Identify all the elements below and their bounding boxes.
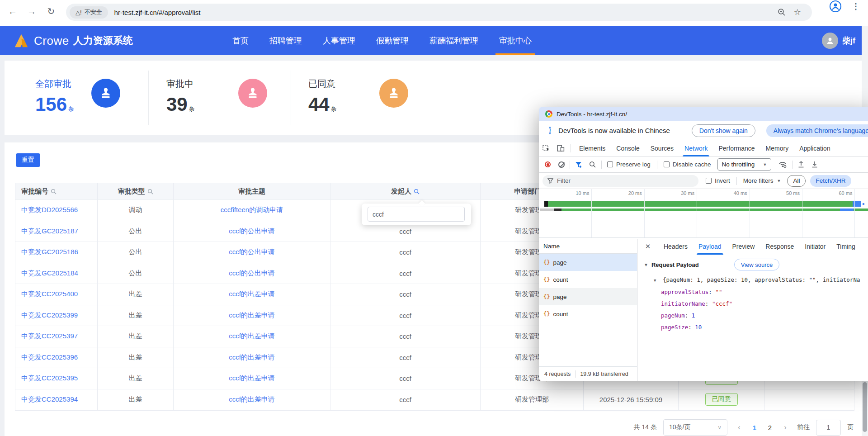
column-search-icon[interactable] [414, 189, 420, 194]
approval-id-link[interactable]: 中竞发CC2025396 [21, 353, 78, 362]
prev-page-icon[interactable]: ‹ [734, 423, 745, 431]
view-source-button[interactable]: View source [734, 259, 780, 270]
name-column-header[interactable]: Name [539, 239, 637, 254]
subject-link[interactable]: cccf的公出申请 [229, 227, 275, 236]
menu-item-5[interactable]: 薪酬福利管理 [429, 26, 479, 55]
reload-icon[interactable]: ↻ [45, 5, 57, 18]
network-overview-timeline[interactable]: 10 ms20 ms30 ms40 ms50 ms60 ms [539, 189, 868, 238]
menu-item-2[interactable]: 招聘管理 [269, 26, 303, 55]
subject-link[interactable]: cccf的出差申请 [229, 311, 275, 320]
detail-tab-response[interactable]: Response [760, 239, 799, 255]
page-number-1[interactable]: 1 [749, 424, 760, 431]
close-icon[interactable]: ✕ [637, 242, 658, 251]
payload-field[interactable]: pageSize: 10 [637, 322, 868, 333]
devtools-tab-elements[interactable]: Elements [574, 140, 611, 156]
subject-link[interactable]: cccf的出差申请 [229, 332, 275, 341]
zoom-out-icon[interactable] [778, 8, 786, 16]
timeline-gridline [750, 189, 750, 237]
filter-chip-all[interactable]: All [787, 175, 806, 187]
import-har-icon[interactable] [798, 161, 804, 168]
clear-network-icon[interactable] [558, 161, 565, 168]
devtools-tab-performance[interactable]: Performance [713, 140, 760, 156]
subject-link[interactable]: cccf的出差申请 [229, 395, 275, 404]
devtools-tab-application[interactable]: Application [794, 140, 836, 156]
payload-field[interactable]: initiatorName: "cccf" [637, 298, 868, 310]
export-har-icon[interactable] [811, 161, 818, 168]
approval-id-link[interactable]: 中竞发DD2025566 [21, 206, 78, 214]
column-search-icon[interactable] [147, 189, 153, 194]
detail-tab-payload[interactable]: Payload [693, 239, 727, 255]
page-size-select[interactable]: 10条/页 ∨ [663, 419, 727, 436]
network-conditions-icon[interactable] [778, 161, 787, 168]
menu-item-4[interactable]: 假勤管理 [375, 26, 410, 55]
subject-link[interactable]: cccf的公出申请 [229, 248, 275, 256]
search-network-icon[interactable] [589, 161, 596, 168]
devtools-tab-console[interactable]: Console [611, 140, 645, 156]
filter-toggle-icon[interactable] [575, 161, 582, 168]
approval-id-link[interactable]: 中竞发GC2025187 [21, 227, 78, 236]
user-area[interactable]: 柴jf [822, 26, 855, 55]
filter-chip-fetchxhr[interactable]: Fetch/XHR [810, 175, 851, 187]
column-search-icon[interactable] [51, 189, 57, 194]
inspect-element-icon[interactable] [539, 145, 553, 152]
request-row[interactable]: {}page [539, 254, 637, 271]
disable-cache-checkbox[interactable] [664, 161, 670, 167]
approval-id-link[interactable]: 中竞发CC2025399 [21, 311, 78, 320]
devtools-tab-memory[interactable]: Memory [760, 140, 794, 156]
menu-item-3[interactable]: 人事管理 [322, 26, 356, 55]
approval-id-link[interactable]: 中竞发CC2025394 [21, 395, 78, 404]
approval-id-link[interactable]: 中竞发CC2025395 [21, 374, 78, 383]
security-chip[interactable]: △! 不安全 [70, 6, 108, 19]
forward-icon[interactable]: → [25, 5, 38, 18]
devtools-titlebar[interactable]: DevTools - hr-test.zjf-it.cn/ [539, 107, 868, 121]
device-toolbar-icon[interactable] [553, 145, 568, 152]
subject-link[interactable]: cccfifteen的调动申请 [221, 206, 283, 214]
goto-page-input[interactable] [816, 420, 841, 436]
menu-dots-icon[interactable]: ⋮ [852, 1, 860, 11]
subject-link[interactable]: cccf的出差申请 [229, 290, 275, 299]
invert-checkbox[interactable] [706, 178, 712, 184]
subject-link[interactable]: cccf的出差申请 [229, 374, 275, 383]
preserve-log-checkbox[interactable] [607, 161, 613, 167]
record-network-icon[interactable] [545, 161, 551, 167]
payload-field[interactable]: pageNum: 1 [637, 310, 868, 322]
page-number-2[interactable]: 2 [764, 424, 775, 431]
scrollbar-thumb[interactable] [863, 382, 867, 432]
url-text[interactable]: hr-test.zjf-it.cn/#/approval/list [114, 9, 201, 16]
collapse-triangle-icon[interactable]: ▼ [644, 262, 648, 267]
detail-tab-preview[interactable]: Preview [727, 239, 760, 255]
menu-item-1[interactable]: 首页 [231, 26, 250, 55]
request-row[interactable]: {}count [539, 305, 637, 322]
devtools-tab-network[interactable]: Network [679, 140, 713, 156]
menu-item-6[interactable]: 审批中心 [498, 26, 533, 55]
subject-link[interactable]: cccf的出差申请 [229, 353, 275, 362]
approval-id-link[interactable]: 中竞发GC2025184 [21, 269, 78, 278]
next-page-icon[interactable]: › [780, 423, 791, 431]
bookmark-star-icon[interactable]: ☆ [794, 7, 801, 17]
request-row[interactable]: {}page [539, 288, 637, 305]
url-bar[interactable]: △! 不安全 hr-test.zjf-it.cn/#/approval/list… [66, 4, 812, 21]
approval-id-link[interactable]: 中竞发GC2025186 [21, 248, 78, 256]
network-filter-input[interactable]: Filter [542, 175, 698, 187]
match-language-button[interactable]: Always match Chrome's language [766, 124, 868, 137]
collapse-triangle-icon[interactable]: ▼ [654, 278, 656, 283]
more-filters-label[interactable]: More filters [743, 177, 774, 184]
devtools-tab-sources[interactable]: Sources [645, 140, 679, 156]
reset-button[interactable]: 重置 [16, 153, 40, 167]
detail-tab-headers[interactable]: Headers [658, 239, 693, 255]
request-row[interactable]: {}count [539, 271, 637, 288]
approval-id-link[interactable]: 中竞发CC2025400 [21, 290, 78, 299]
throttling-select[interactable]: No throttling ▼ [717, 158, 772, 171]
subject-link[interactable]: cccf的公出申请 [229, 269, 275, 278]
detail-tab-timing[interactable]: Timing [831, 239, 861, 255]
payload-field[interactable]: approvalStatus: "" [637, 286, 868, 298]
cell-approval-id: 中竞发CC2025395 [15, 368, 98, 389]
back-icon[interactable]: ← [6, 5, 19, 18]
initiator-filter-input[interactable] [368, 207, 465, 222]
detail-tab-initiator[interactable]: Initiator [799, 239, 831, 255]
approval-id-link[interactable]: 中竞发CC2025397 [21, 332, 78, 341]
payload-preview-line[interactable]: ▼ {pageNum: 1, pageSize: 10, approvalSta… [637, 274, 868, 286]
profile-icon[interactable] [829, 0, 842, 13]
crowe-logo-icon [13, 33, 30, 48]
dont-show-again-button[interactable]: Don't show again [692, 124, 755, 137]
